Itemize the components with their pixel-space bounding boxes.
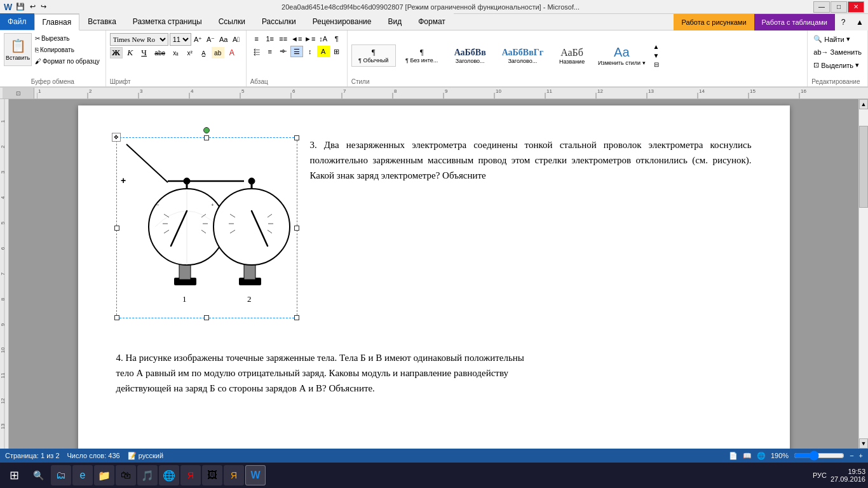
tab-refs[interactable]: Ссылки xyxy=(210,13,254,30)
subscript-button[interactable]: х₂ xyxy=(170,47,182,58)
font-name-select[interactable]: Times New Ro xyxy=(110,33,168,46)
strikethrough-button[interactable]: abe xyxy=(152,47,168,58)
vertical-scrollbar[interactable]: ▲ ▼ xyxy=(858,99,868,449)
bullets-btn[interactable]: ≡ xyxy=(250,33,263,44)
italic-button[interactable]: К xyxy=(124,47,137,58)
increase-indent-btn[interactable]: ►≡ xyxy=(304,33,316,44)
taskbar-store[interactable]: 🛍 xyxy=(116,465,136,485)
align-justify-btn[interactable]: ☰ xyxy=(290,46,303,57)
zoom-slider[interactable] xyxy=(794,451,844,460)
tab-review[interactable]: Рецензирование xyxy=(304,13,380,30)
scroll-up-btn[interactable]: ▲ xyxy=(859,99,868,109)
change-styles-btn[interactable]: Аа Изменить стили ▾ xyxy=(595,42,649,69)
taskbar-edge[interactable]: e xyxy=(72,465,93,485)
scrollbar-thumb[interactable] xyxy=(859,126,868,208)
handle-bc[interactable] xyxy=(204,315,209,320)
tab-mail[interactable]: Рассылки xyxy=(254,13,304,30)
paste-button[interactable]: 📋 Вставить xyxy=(4,33,32,66)
copy-button[interactable]: ⎘ Копировать xyxy=(33,44,102,55)
handle-bl[interactable] xyxy=(114,315,119,320)
tab-home[interactable]: Главная xyxy=(34,14,80,30)
redo-btn[interactable]: ↪ xyxy=(39,3,48,11)
tab-insert[interactable]: Вставка xyxy=(79,13,125,30)
font-size-increase[interactable]: A⁺ xyxy=(193,34,204,45)
tab-file[interactable]: Файл xyxy=(0,13,34,30)
handle-mr[interactable] xyxy=(294,226,299,231)
select-button[interactable]: ⊡ Выделить ▾ xyxy=(811,59,864,71)
scroll-down-btn[interactable]: ▼ xyxy=(859,438,868,449)
bold-button[interactable]: Ж xyxy=(110,47,123,58)
ruler-corner[interactable]: ⊡ xyxy=(3,88,34,98)
taskbar-lang[interactable]: РУС xyxy=(813,471,827,479)
cut-button[interactable]: ✂ Вырезать xyxy=(33,33,102,44)
document-scroll-area[interactable]: ✥ xyxy=(9,99,858,449)
show-formatting-btn[interactable]: ¶ xyxy=(330,33,343,44)
superscript-button[interactable]: х² xyxy=(184,47,196,58)
view-web-btn[interactable]: 🌐 xyxy=(757,452,766,460)
move-handle[interactable]: ✥ xyxy=(112,133,121,142)
ribbon-collapse-btn[interactable]: ▲ xyxy=(851,14,868,30)
style-normal[interactable]: ¶ ¶ Обычный xyxy=(351,44,396,67)
style-heading1[interactable]: АаБбВв Заголово... xyxy=(448,44,492,67)
clear-format-btn[interactable]: A⃝ xyxy=(231,34,242,45)
handle-tr[interactable] xyxy=(294,135,299,140)
taskbar-explorer[interactable]: 🗂 xyxy=(51,465,71,485)
decrease-indent-btn[interactable]: ◄≡ xyxy=(290,33,303,44)
undo-btn[interactable]: ↩ xyxy=(29,3,37,11)
style-title[interactable]: АаБб Название xyxy=(553,44,591,68)
image-container[interactable]: ✥ xyxy=(116,137,297,318)
shading-btn[interactable]: A xyxy=(317,46,330,57)
align-left-btn[interactable]: ⬱ xyxy=(250,46,263,57)
taskbar-media[interactable]: 🎵 xyxy=(137,465,158,485)
view-normal-btn[interactable]: 📄 xyxy=(729,452,738,460)
style-heading2[interactable]: АаБбВвГг Заголово... xyxy=(496,44,549,67)
taskbar-yandex[interactable]: Я xyxy=(180,465,201,485)
numbering-btn[interactable]: 1≡ xyxy=(264,33,276,44)
handle-br[interactable] xyxy=(294,315,299,320)
replace-button[interactable]: ab→ Заменить xyxy=(811,46,864,58)
borders-btn[interactable]: ⊞ xyxy=(330,46,343,57)
scrollbar-track[interactable] xyxy=(859,109,868,438)
view-read-btn[interactable]: 📖 xyxy=(743,452,752,460)
multilevel-list-btn[interactable]: ≡≡ xyxy=(277,33,290,44)
highlight-btn[interactable]: ab xyxy=(212,47,224,58)
taskbar-chrome[interactable]: 🌐 xyxy=(159,465,179,485)
handle-ml[interactable] xyxy=(114,226,119,231)
taskbar-folder[interactable]: 📁 xyxy=(94,465,114,485)
handle-tc[interactable] xyxy=(204,135,209,140)
svg-text:9: 9 xyxy=(0,323,6,326)
line-spacing-btn[interactable]: ↕ xyxy=(304,46,316,57)
font-size-select[interactable]: 11 xyxy=(170,33,191,46)
find-button[interactable]: 🔍 Найти ▾ xyxy=(811,33,864,45)
tab-tables[interactable]: Работа с таблицами xyxy=(754,14,835,30)
align-center-btn[interactable]: ≡ xyxy=(264,46,276,57)
underline-button[interactable]: Ч xyxy=(138,47,151,58)
styles-expand-btn[interactable]: ⊟ xyxy=(653,60,660,69)
tab-layout[interactable]: Разметка страницы xyxy=(125,13,210,30)
help-btn[interactable]: ? xyxy=(835,14,851,30)
taskbar-word[interactable]: W xyxy=(245,465,266,485)
tab-drawing[interactable]: Работа с рисунками xyxy=(674,14,754,30)
styles-up-btn[interactable]: ▲ xyxy=(653,43,660,51)
taskbar-photos[interactable]: 🖼 xyxy=(202,465,222,485)
question4-line1: 4. На рисунке изображены точечные заряже… xyxy=(116,350,752,365)
align-right-btn[interactable]: ⬲ xyxy=(277,46,290,57)
minimize-btn[interactable]: — xyxy=(813,1,830,13)
style-no-spacing[interactable]: ¶ ¶ Без инте... xyxy=(400,44,444,67)
start-btn[interactable]: ⊞ xyxy=(3,464,25,487)
tab-view[interactable]: Вид xyxy=(379,13,410,30)
search-btn[interactable]: 🔍 xyxy=(27,464,50,487)
save-btn[interactable]: 💾 xyxy=(15,3,26,11)
text-effects-btn[interactable]: A̲ xyxy=(198,47,210,58)
format-painter-button[interactable]: 🖌 Формат по образцу xyxy=(33,56,102,67)
sort-btn[interactable]: ↕A xyxy=(317,33,330,44)
close-btn[interactable]: ✕ xyxy=(848,1,864,13)
maximize-btn[interactable]: □ xyxy=(831,1,847,13)
font-size-decrease[interactable]: A⁻ xyxy=(205,34,217,45)
font-color-btn[interactable]: A xyxy=(226,47,238,58)
styles-down-btn[interactable]: ▼ xyxy=(653,51,660,60)
tab-format[interactable]: Формат xyxy=(410,13,454,30)
change-case-btn[interactable]: Aa xyxy=(218,34,229,45)
rotate-handle[interactable] xyxy=(203,127,210,133)
taskbar-yandex2[interactable]: Я xyxy=(224,465,244,485)
